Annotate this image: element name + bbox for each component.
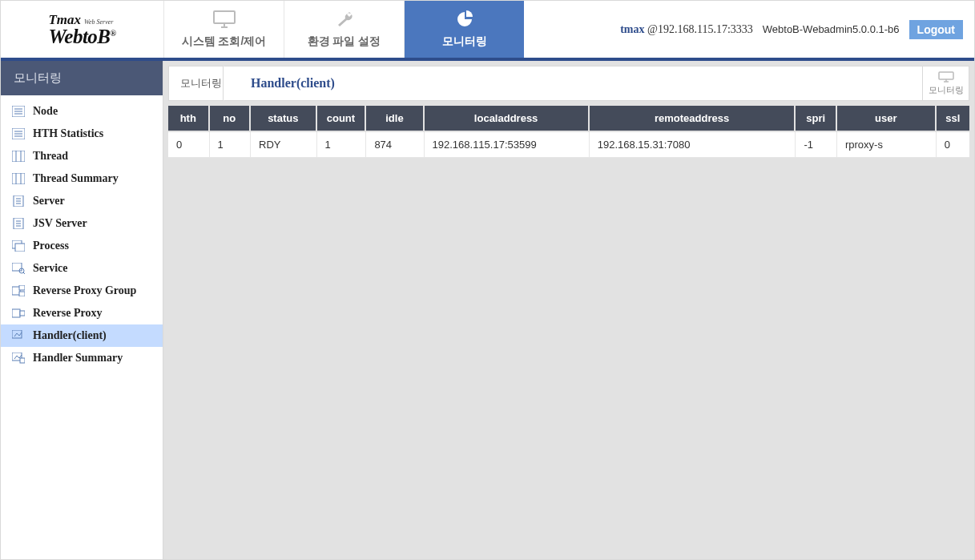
- tab-label: 시스템 조회/제어: [182, 34, 267, 49]
- col-header-user[interactable]: user: [837, 106, 937, 132]
- cell-no: 1: [210, 132, 252, 158]
- sidebar-item-label: Thread: [33, 150, 68, 163]
- list-icon: [12, 128, 25, 139]
- svg-rect-14: [12, 173, 25, 184]
- sidebar-item-label: Handler Summary: [33, 352, 123, 365]
- col-header-idle[interactable]: idle: [366, 106, 424, 132]
- proxy-icon: [12, 308, 25, 319]
- tab-monitoring[interactable]: 모니터링: [404, 1, 524, 58]
- sidebar-item-label: Reverse Proxy Group: [33, 284, 136, 297]
- sidebar-item-label: Process: [33, 240, 69, 252]
- svg-rect-26: [15, 244, 25, 252]
- handler-summary-icon: [12, 353, 25, 364]
- grid-icon: [12, 173, 25, 184]
- sidebar-item-handler-client[interactable]: Handler(client): [1, 324, 163, 347]
- sidebar-nav: Node HTH Statistics Thread Thread Summar…: [1, 95, 163, 374]
- breadcrumb-context-panel: 모니터링: [922, 66, 969, 100]
- col-header-hth[interactable]: hth: [168, 106, 210, 132]
- logout-button[interactable]: Logout: [909, 20, 963, 39]
- logo[interactable]: TmaxWeb Server WebtoB®: [1, 1, 163, 58]
- sidebar-title: 모니터링: [1, 61, 163, 95]
- col-header-no[interactable]: no: [210, 106, 252, 132]
- col-header-count[interactable]: count: [317, 106, 367, 132]
- cell-status: RDY: [251, 132, 316, 158]
- svg-rect-34: [20, 311, 25, 316]
- svg-rect-38: [939, 72, 953, 79]
- tab-label: 모니터링: [442, 34, 487, 49]
- cell-remoteaddress: 192.168.15.31:7080: [590, 132, 796, 158]
- grid-icon: [12, 151, 25, 162]
- svg-rect-27: [12, 263, 22, 271]
- sidebar-item-label: Thread Summary: [33, 172, 119, 185]
- sidebar-item-handler-summary[interactable]: Handler Summary: [1, 347, 163, 369]
- sidebar-item-reverse-proxy[interactable]: Reverse Proxy: [1, 302, 163, 324]
- header-host: @192.168.115.17:3333: [647, 23, 753, 35]
- sidebar-item-label: Reverse Proxy: [33, 307, 102, 320]
- cell-count: 1: [317, 132, 367, 158]
- svg-rect-32: [19, 292, 25, 296]
- breadcrumb-context-label: 모니터링: [929, 84, 964, 96]
- breadcrumb-current: Handler(client): [235, 76, 335, 91]
- sidebar-item-reverse-proxy-group[interactable]: Reverse Proxy Group: [1, 280, 163, 302]
- sidebar-item-label: Handler(client): [33, 329, 107, 342]
- page-icon: [12, 218, 25, 229]
- col-header-ssl[interactable]: ssl: [937, 106, 969, 132]
- cell-user: rproxy-s: [837, 132, 937, 158]
- svg-rect-11: [12, 151, 25, 162]
- sidebar: 모니터링 Node HTH Statistics Thread Thread S…: [1, 61, 163, 559]
- table-row[interactable]: 0 1 RDY 1 874 192.168.115.17:53599 192.1…: [168, 132, 969, 158]
- logo-registered: ®: [111, 28, 116, 37]
- tab-env-file-settings[interactable]: 환경 파일 설정: [284, 1, 404, 58]
- page-icon: [12, 195, 25, 207]
- header-right: tmax @192.168.115.17:3333 WebtoB-Webadmi…: [524, 1, 974, 58]
- sidebar-item-label: Node: [33, 105, 58, 118]
- svg-rect-31: [19, 285, 25, 290]
- logo-brand-bottom: WebtoB: [48, 26, 110, 47]
- col-header-spri[interactable]: spri: [796, 106, 837, 132]
- svg-rect-0: [214, 11, 235, 23]
- wrench-icon: [333, 10, 356, 28]
- sidebar-item-node[interactable]: Node: [1, 100, 163, 123]
- sidebar-item-label: Service: [33, 262, 68, 275]
- logo-brand-sub: Web Server: [84, 18, 113, 26]
- cell-localaddress: 192.168.115.17:53599: [425, 132, 590, 158]
- data-table: hth no status count idle localaddress re…: [168, 106, 969, 158]
- cell-idle: 874: [366, 132, 424, 158]
- sidebar-item-thread[interactable]: Thread: [1, 145, 163, 167]
- col-header-remoteaddress[interactable]: remoteaddress: [590, 106, 796, 132]
- breadcrumb: 모니터링 Handler(client) 모니터링: [168, 66, 969, 101]
- sidebar-item-label: Server: [33, 195, 65, 207]
- col-header-status[interactable]: status: [251, 106, 316, 132]
- sidebar-item-hth-statistics[interactable]: HTH Statistics: [1, 123, 163, 145]
- monitor-small-icon: [938, 71, 954, 83]
- tab-label: 환경 파일 설정: [308, 34, 381, 49]
- table-header-row: hth no status count idle localaddress re…: [168, 106, 969, 132]
- search-list-icon: [12, 263, 25, 274]
- sidebar-item-server[interactable]: Server: [1, 190, 163, 212]
- svg-rect-37: [20, 358, 25, 363]
- col-header-localaddress[interactable]: localaddress: [425, 106, 590, 132]
- pie-chart-icon: [453, 10, 476, 28]
- header-user: tmax: [620, 23, 644, 35]
- cell-ssl: 0: [937, 132, 969, 158]
- sidebar-item-service[interactable]: Service: [1, 257, 163, 280]
- body: 모니터링 Node HTH Statistics Thread Thread S…: [1, 61, 974, 559]
- header-version: WebtoB-Webadmin5.0.0.1-b6: [763, 23, 900, 35]
- tab-system-control[interactable]: 시스템 조회/제어: [163, 1, 284, 58]
- sidebar-item-jsv-server[interactable]: JSV Server: [1, 212, 163, 235]
- main-area: 모니터링 Handler(client) 모니터링: [163, 61, 974, 559]
- sidebar-item-thread-summary[interactable]: Thread Summary: [1, 167, 163, 190]
- svg-rect-33: [12, 309, 20, 317]
- cell-hth: 0: [168, 132, 210, 158]
- handler-icon: [12, 330, 25, 341]
- top-bar: TmaxWeb Server WebtoB® 시스템 조회/제어: [1, 1, 974, 61]
- breadcrumb-separator-icon: [233, 66, 235, 101]
- monitor-icon: [213, 10, 236, 28]
- sidebar-item-process[interactable]: Process: [1, 235, 163, 257]
- list-icon: [12, 106, 25, 117]
- sidebar-item-label: JSV Server: [33, 217, 87, 230]
- proxy-group-icon: [12, 285, 25, 296]
- stack-icon: [12, 240, 25, 252]
- sidebar-item-label: HTH Statistics: [33, 127, 103, 140]
- cell-spri: -1: [796, 132, 837, 158]
